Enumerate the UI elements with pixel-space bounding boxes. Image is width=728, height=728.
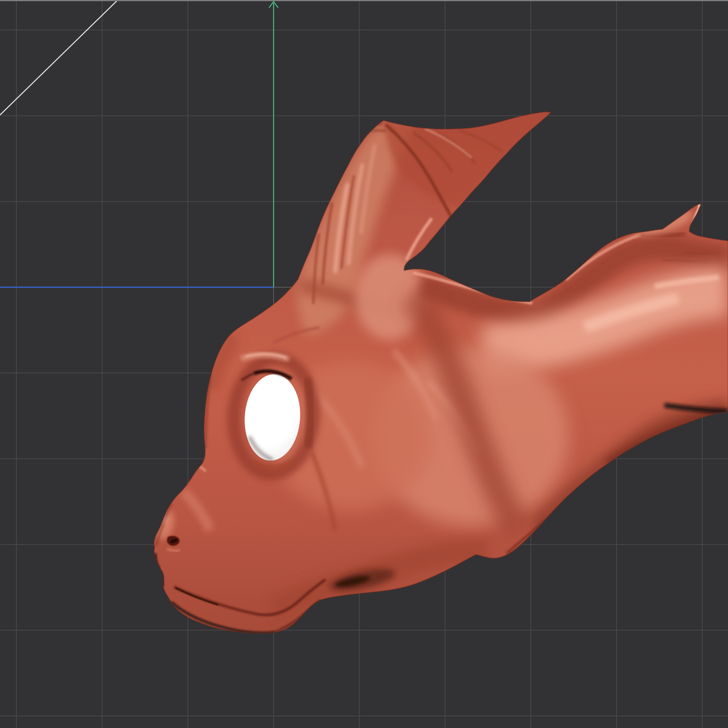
- viewport-top-border: [0, 0, 728, 1]
- viewport-canvas: [0, 0, 728, 728]
- eye-socket-groove: [307, 378, 311, 448]
- sculpt-3d-viewport[interactable]: [0, 0, 728, 728]
